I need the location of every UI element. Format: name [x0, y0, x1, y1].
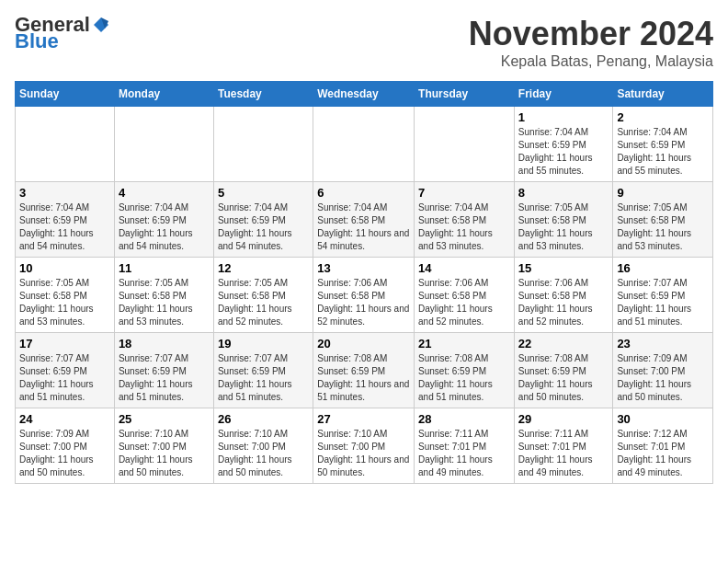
day-number: 2 — [617, 110, 709, 124]
day-info: Sunrise: 7:06 AM Sunset: 6:58 PM Dayligh… — [418, 277, 510, 328]
day-number: 22 — [518, 337, 609, 350]
location-subtitle: Kepala Batas, Penang, Malaysia — [469, 53, 713, 70]
day-info: Sunrise: 7:12 AM Sunset: 7:01 PM Dayligh… — [617, 428, 709, 479]
calendar-cell: 6Sunrise: 7:04 AM Sunset: 6:58 PM Daylig… — [313, 182, 415, 258]
day-info: Sunrise: 7:05 AM Sunset: 6:58 PM Dayligh… — [218, 277, 309, 328]
calendar-cell: 3Sunrise: 7:04 AM Sunset: 6:59 PM Daylig… — [16, 182, 115, 258]
day-number: 20 — [317, 337, 410, 350]
day-info: Sunrise: 7:10 AM Sunset: 7:00 PM Dayligh… — [218, 428, 309, 479]
calendar-cell — [213, 107, 313, 182]
calendar-cell: 19Sunrise: 7:07 AM Sunset: 6:59 PM Dayli… — [213, 333, 313, 408]
calendar-cell — [114, 107, 213, 182]
day-info: Sunrise: 7:10 AM Sunset: 7:00 PM Dayligh… — [119, 428, 210, 479]
day-number: 16 — [617, 261, 709, 275]
calendar-cell: 30Sunrise: 7:12 AM Sunset: 7:01 PM Dayli… — [613, 408, 713, 484]
day-number: 3 — [19, 186, 110, 200]
calendar-cell: 17Sunrise: 7:07 AM Sunset: 6:59 PM Dayli… — [16, 333, 115, 408]
day-info: Sunrise: 7:11 AM Sunset: 7:01 PM Dayligh… — [418, 428, 510, 479]
calendar-cell: 2Sunrise: 7:04 AM Sunset: 6:59 PM Daylig… — [613, 107, 713, 182]
calendar-cell: 5Sunrise: 7:04 AM Sunset: 6:59 PM Daylig… — [213, 182, 313, 258]
day-info: Sunrise: 7:04 AM Sunset: 6:59 PM Dayligh… — [518, 126, 609, 178]
calendar-cell: 7Sunrise: 7:04 AM Sunset: 6:58 PM Daylig… — [415, 182, 515, 258]
day-number: 8 — [518, 186, 609, 200]
day-info: Sunrise: 7:06 AM Sunset: 6:58 PM Dayligh… — [317, 277, 410, 328]
title-section: November 2024 Kepala Batas, Penang, Mala… — [469, 15, 713, 70]
day-number: 24 — [19, 412, 110, 426]
day-number: 27 — [317, 412, 410, 426]
day-info: Sunrise: 7:04 AM Sunset: 6:59 PM Dayligh… — [119, 201, 210, 253]
week-row-1: 1Sunrise: 7:04 AM Sunset: 6:59 PM Daylig… — [16, 107, 713, 182]
day-number: 1 — [518, 110, 609, 124]
day-number: 6 — [317, 186, 410, 200]
day-info: Sunrise: 7:07 AM Sunset: 6:59 PM Dayligh… — [218, 352, 309, 404]
day-info: Sunrise: 7:04 AM Sunset: 6:58 PM Dayligh… — [418, 201, 510, 253]
column-header-sunday: Sunday — [16, 82, 115, 107]
calendar-cell: 13Sunrise: 7:06 AM Sunset: 6:58 PM Dayli… — [313, 258, 415, 333]
day-number: 10 — [19, 261, 110, 275]
calendar-cell: 21Sunrise: 7:08 AM Sunset: 6:59 PM Dayli… — [415, 333, 515, 408]
calendar-cell: 25Sunrise: 7:10 AM Sunset: 7:00 PM Dayli… — [114, 408, 213, 484]
day-number: 23 — [617, 337, 709, 350]
day-info: Sunrise: 7:05 AM Sunset: 6:58 PM Dayligh… — [119, 277, 210, 328]
calendar-cell: 9Sunrise: 7:05 AM Sunset: 6:58 PM Daylig… — [613, 182, 713, 258]
calendar-cell: 24Sunrise: 7:09 AM Sunset: 7:00 PM Dayli… — [16, 408, 115, 484]
day-number: 4 — [119, 186, 210, 200]
calendar-cell: 8Sunrise: 7:05 AM Sunset: 6:58 PM Daylig… — [514, 182, 613, 258]
column-header-saturday: Saturday — [613, 82, 713, 107]
column-header-wednesday: Wednesday — [313, 82, 415, 107]
week-row-5: 24Sunrise: 7:09 AM Sunset: 7:00 PM Dayli… — [16, 408, 713, 484]
calendar-cell — [313, 107, 415, 182]
column-header-thursday: Thursday — [415, 82, 515, 107]
week-row-2: 3Sunrise: 7:04 AM Sunset: 6:59 PM Daylig… — [16, 182, 713, 258]
calendar-cell — [16, 107, 115, 182]
day-info: Sunrise: 7:05 AM Sunset: 6:58 PM Dayligh… — [19, 277, 110, 328]
day-number: 30 — [617, 412, 709, 426]
day-number: 9 — [617, 186, 709, 200]
day-info: Sunrise: 7:05 AM Sunset: 6:58 PM Dayligh… — [617, 201, 709, 253]
day-number: 29 — [518, 412, 609, 426]
calendar-cell: 23Sunrise: 7:09 AM Sunset: 7:00 PM Dayli… — [613, 333, 713, 408]
calendar-cell: 29Sunrise: 7:11 AM Sunset: 7:01 PM Dayli… — [514, 408, 613, 484]
page-header: General Blue November 2024 Kepala Batas,… — [15, 15, 713, 70]
day-info: Sunrise: 7:08 AM Sunset: 6:59 PM Dayligh… — [317, 352, 410, 404]
day-number: 18 — [119, 337, 210, 350]
day-number: 21 — [418, 337, 510, 350]
day-number: 25 — [119, 412, 210, 426]
calendar-cell: 16Sunrise: 7:07 AM Sunset: 6:59 PM Dayli… — [613, 258, 713, 333]
day-info: Sunrise: 7:06 AM Sunset: 6:58 PM Dayligh… — [518, 277, 609, 328]
calendar-cell: 22Sunrise: 7:08 AM Sunset: 6:59 PM Dayli… — [514, 333, 613, 408]
calendar-cell: 26Sunrise: 7:10 AM Sunset: 7:00 PM Dayli… — [213, 408, 313, 484]
day-info: Sunrise: 7:08 AM Sunset: 6:59 PM Dayligh… — [518, 352, 609, 404]
day-info: Sunrise: 7:04 AM Sunset: 6:59 PM Dayligh… — [218, 201, 309, 253]
calendar-cell: 27Sunrise: 7:10 AM Sunset: 7:00 PM Dayli… — [313, 408, 415, 484]
day-info: Sunrise: 7:07 AM Sunset: 6:59 PM Dayligh… — [617, 277, 709, 328]
day-info: Sunrise: 7:08 AM Sunset: 6:59 PM Dayligh… — [418, 352, 510, 404]
column-header-monday: Monday — [114, 82, 213, 107]
column-header-friday: Friday — [514, 82, 613, 107]
day-number: 17 — [19, 337, 110, 350]
day-info: Sunrise: 7:09 AM Sunset: 7:00 PM Dayligh… — [19, 428, 110, 479]
day-number: 11 — [119, 261, 210, 275]
calendar-cell: 11Sunrise: 7:05 AM Sunset: 6:58 PM Dayli… — [114, 258, 213, 333]
week-row-4: 17Sunrise: 7:07 AM Sunset: 6:59 PM Dayli… — [16, 333, 713, 408]
day-number: 5 — [218, 186, 309, 200]
day-info: Sunrise: 7:04 AM Sunset: 6:59 PM Dayligh… — [19, 201, 110, 253]
day-number: 12 — [218, 261, 309, 275]
day-number: 14 — [418, 261, 510, 275]
header-row: SundayMondayTuesdayWednesdayThursdayFrid… — [16, 82, 713, 107]
day-number: 7 — [418, 186, 510, 200]
day-number: 15 — [518, 261, 609, 275]
day-number: 19 — [218, 337, 309, 350]
calendar-cell: 4Sunrise: 7:04 AM Sunset: 6:59 PM Daylig… — [114, 182, 213, 258]
day-info: Sunrise: 7:09 AM Sunset: 7:00 PM Dayligh… — [617, 352, 709, 404]
day-info: Sunrise: 7:05 AM Sunset: 6:58 PM Dayligh… — [518, 201, 609, 253]
logo: General Blue — [15, 15, 110, 52]
month-title: November 2024 — [469, 15, 713, 53]
calendar-cell: 14Sunrise: 7:06 AM Sunset: 6:58 PM Dayli… — [415, 258, 515, 333]
day-number: 13 — [317, 261, 410, 275]
week-row-3: 10Sunrise: 7:05 AM Sunset: 6:58 PM Dayli… — [16, 258, 713, 333]
calendar-cell: 20Sunrise: 7:08 AM Sunset: 6:59 PM Dayli… — [313, 333, 415, 408]
day-info: Sunrise: 7:11 AM Sunset: 7:01 PM Dayligh… — [518, 428, 609, 479]
calendar-cell: 12Sunrise: 7:05 AM Sunset: 6:58 PM Dayli… — [213, 258, 313, 333]
calendar-cell: 15Sunrise: 7:06 AM Sunset: 6:58 PM Dayli… — [514, 258, 613, 333]
